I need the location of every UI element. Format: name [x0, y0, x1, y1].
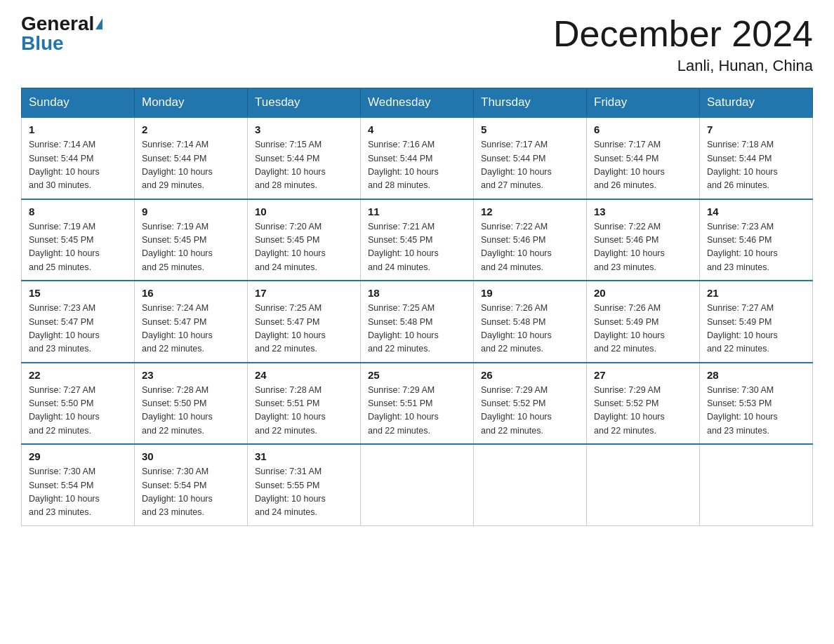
calendar-cell: 12 Sunrise: 7:22 AM Sunset: 5:46 PM Dayl… [474, 199, 587, 281]
calendar-cell: 29 Sunrise: 7:30 AM Sunset: 5:54 PM Dayl… [22, 444, 135, 525]
day-number: 26 [481, 369, 579, 381]
calendar-cell: 16 Sunrise: 7:24 AM Sunset: 5:47 PM Dayl… [135, 281, 248, 363]
calendar-cell: 27 Sunrise: 7:29 AM Sunset: 5:52 PM Dayl… [587, 363, 700, 445]
weekday-header-wednesday: Wednesday [361, 88, 474, 118]
calendar-cell: 9 Sunrise: 7:19 AM Sunset: 5:45 PM Dayli… [135, 199, 248, 281]
day-info: Sunrise: 7:30 AM Sunset: 5:53 PM Dayligh… [707, 384, 805, 438]
day-info: Sunrise: 7:23 AM Sunset: 5:46 PM Dayligh… [707, 220, 805, 275]
logo-blue-text: Blue [21, 34, 64, 53]
title-section: December 2024 Lanli, Hunan, China [553, 14, 813, 75]
calendar-cell: 5 Sunrise: 7:17 AM Sunset: 5:44 PM Dayli… [474, 117, 587, 199]
day-number: 14 [707, 206, 805, 217]
day-number: 21 [707, 287, 805, 299]
day-info: Sunrise: 7:20 AM Sunset: 5:45 PM Dayligh… [255, 220, 353, 275]
day-info: Sunrise: 7:21 AM Sunset: 5:45 PM Dayligh… [368, 220, 466, 275]
weekday-header-monday: Monday [135, 88, 248, 118]
day-number: 1 [29, 123, 127, 135]
calendar-cell: 10 Sunrise: 7:20 AM Sunset: 5:45 PM Dayl… [248, 199, 361, 281]
day-number: 20 [594, 287, 692, 299]
day-number: 9 [142, 206, 240, 217]
calendar-cell: 22 Sunrise: 7:27 AM Sunset: 5:50 PM Dayl… [22, 363, 135, 445]
day-info: Sunrise: 7:19 AM Sunset: 5:45 PM Dayligh… [142, 220, 240, 275]
day-number: 4 [368, 123, 466, 135]
calendar-cell [700, 444, 813, 525]
day-info: Sunrise: 7:14 AM Sunset: 5:44 PM Dayligh… [142, 138, 240, 193]
day-number: 6 [594, 123, 692, 135]
calendar-cell [587, 444, 700, 525]
calendar-cell [361, 444, 474, 525]
day-number: 25 [368, 369, 466, 381]
day-info: Sunrise: 7:17 AM Sunset: 5:44 PM Dayligh… [594, 138, 692, 193]
calendar-cell: 25 Sunrise: 7:29 AM Sunset: 5:51 PM Dayl… [361, 363, 474, 445]
day-info: Sunrise: 7:19 AM Sunset: 5:45 PM Dayligh… [29, 220, 127, 275]
day-info: Sunrise: 7:17 AM Sunset: 5:44 PM Dayligh… [481, 138, 579, 193]
day-number: 10 [255, 206, 353, 217]
day-info: Sunrise: 7:31 AM Sunset: 5:55 PM Dayligh… [255, 465, 353, 520]
day-number: 8 [29, 206, 127, 217]
calendar-cell: 26 Sunrise: 7:29 AM Sunset: 5:52 PM Dayl… [474, 363, 587, 445]
calendar-cell: 3 Sunrise: 7:15 AM Sunset: 5:44 PM Dayli… [248, 117, 361, 199]
calendar-cell: 4 Sunrise: 7:16 AM Sunset: 5:44 PM Dayli… [361, 117, 474, 199]
day-number: 31 [255, 450, 353, 462]
day-number: 27 [594, 369, 692, 381]
calendar-week-1: 1 Sunrise: 7:14 AM Sunset: 5:44 PM Dayli… [22, 117, 813, 199]
day-info: Sunrise: 7:30 AM Sunset: 5:54 PM Dayligh… [29, 465, 127, 520]
day-info: Sunrise: 7:29 AM Sunset: 5:52 PM Dayligh… [594, 384, 692, 438]
day-info: Sunrise: 7:24 AM Sunset: 5:47 PM Dayligh… [142, 302, 240, 356]
day-number: 13 [594, 206, 692, 217]
day-number: 5 [481, 123, 579, 135]
calendar-cell [474, 444, 587, 525]
day-info: Sunrise: 7:25 AM Sunset: 5:48 PM Dayligh… [368, 302, 466, 356]
calendar-cell: 2 Sunrise: 7:14 AM Sunset: 5:44 PM Dayli… [135, 117, 248, 199]
weekday-header-sunday: Sunday [22, 88, 135, 118]
calendar-week-3: 15 Sunrise: 7:23 AM Sunset: 5:47 PM Dayl… [22, 281, 813, 363]
day-info: Sunrise: 7:23 AM Sunset: 5:47 PM Dayligh… [29, 302, 127, 356]
page-subtitle: Lanli, Hunan, China [553, 57, 813, 75]
logo-general-text: General [21, 14, 94, 34]
calendar-week-4: 22 Sunrise: 7:27 AM Sunset: 5:50 PM Dayl… [22, 363, 813, 445]
calendar-header-row: SundayMondayTuesdayWednesdayThursdayFrid… [22, 88, 813, 118]
day-number: 23 [142, 369, 240, 381]
day-info: Sunrise: 7:27 AM Sunset: 5:49 PM Dayligh… [707, 302, 805, 356]
calendar-cell: 17 Sunrise: 7:25 AM Sunset: 5:47 PM Dayl… [248, 281, 361, 363]
calendar-cell: 7 Sunrise: 7:18 AM Sunset: 5:44 PM Dayli… [700, 117, 813, 199]
day-number: 18 [368, 287, 466, 299]
calendar-cell: 21 Sunrise: 7:27 AM Sunset: 5:49 PM Dayl… [700, 281, 813, 363]
day-number: 7 [707, 123, 805, 135]
logo-triangle-icon [95, 18, 102, 29]
page-header: General Blue December 2024 Lanli, Hunan,… [21, 14, 813, 75]
day-info: Sunrise: 7:18 AM Sunset: 5:44 PM Dayligh… [707, 138, 805, 193]
day-number: 28 [707, 369, 805, 381]
day-info: Sunrise: 7:14 AM Sunset: 5:44 PM Dayligh… [29, 138, 127, 193]
logo: General Blue [21, 14, 102, 53]
weekday-header-thursday: Thursday [474, 88, 587, 118]
day-info: Sunrise: 7:28 AM Sunset: 5:51 PM Dayligh… [255, 384, 353, 438]
calendar-cell: 15 Sunrise: 7:23 AM Sunset: 5:47 PM Dayl… [22, 281, 135, 363]
calendar-table: SundayMondayTuesdayWednesdayThursdayFrid… [21, 88, 813, 526]
calendar-cell: 8 Sunrise: 7:19 AM Sunset: 5:45 PM Dayli… [22, 199, 135, 281]
day-info: Sunrise: 7:26 AM Sunset: 5:49 PM Dayligh… [594, 302, 692, 356]
day-number: 17 [255, 287, 353, 299]
day-info: Sunrise: 7:16 AM Sunset: 5:44 PM Dayligh… [368, 138, 466, 193]
calendar-cell: 23 Sunrise: 7:28 AM Sunset: 5:50 PM Dayl… [135, 363, 248, 445]
day-number: 2 [142, 123, 240, 135]
day-number: 3 [255, 123, 353, 135]
calendar-cell: 30 Sunrise: 7:30 AM Sunset: 5:54 PM Dayl… [135, 444, 248, 525]
calendar-cell: 19 Sunrise: 7:26 AM Sunset: 5:48 PM Dayl… [474, 281, 587, 363]
calendar-cell: 20 Sunrise: 7:26 AM Sunset: 5:49 PM Dayl… [587, 281, 700, 363]
weekday-header-friday: Friday [587, 88, 700, 118]
day-number: 19 [481, 287, 579, 299]
day-number: 22 [29, 369, 127, 381]
day-info: Sunrise: 7:30 AM Sunset: 5:54 PM Dayligh… [142, 465, 240, 520]
day-number: 29 [29, 450, 127, 462]
weekday-header-saturday: Saturday [700, 88, 813, 118]
day-info: Sunrise: 7:25 AM Sunset: 5:47 PM Dayligh… [255, 302, 353, 356]
day-info: Sunrise: 7:29 AM Sunset: 5:51 PM Dayligh… [368, 384, 466, 438]
weekday-header-tuesday: Tuesday [248, 88, 361, 118]
calendar-cell: 28 Sunrise: 7:30 AM Sunset: 5:53 PM Dayl… [700, 363, 813, 445]
calendar-cell: 18 Sunrise: 7:25 AM Sunset: 5:48 PM Dayl… [361, 281, 474, 363]
day-info: Sunrise: 7:27 AM Sunset: 5:50 PM Dayligh… [29, 384, 127, 438]
day-info: Sunrise: 7:28 AM Sunset: 5:50 PM Dayligh… [142, 384, 240, 438]
calendar-cell: 13 Sunrise: 7:22 AM Sunset: 5:46 PM Dayl… [587, 199, 700, 281]
day-info: Sunrise: 7:22 AM Sunset: 5:46 PM Dayligh… [481, 220, 579, 275]
